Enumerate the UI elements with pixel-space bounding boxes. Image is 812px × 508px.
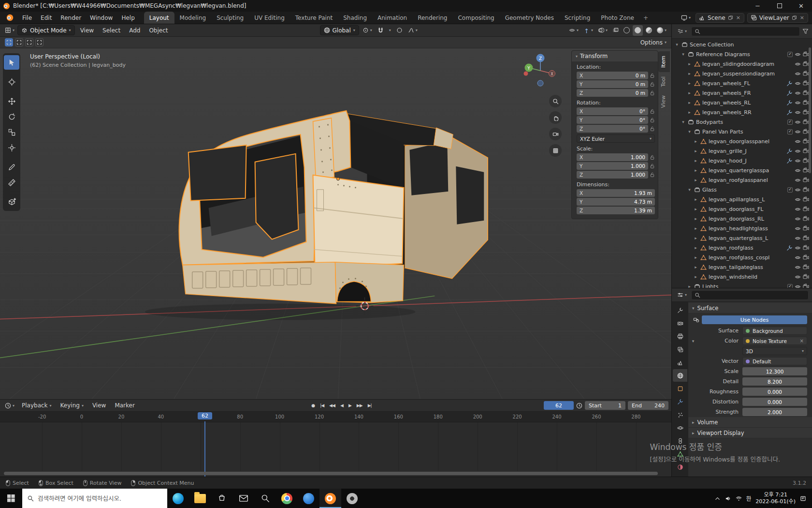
transform-scale-x-field[interactable]: X1.000 <box>577 153 648 161</box>
editor-type-button[interactable]: ▾ <box>3 25 16 36</box>
taskbar-app-app-blue[interactable] <box>298 489 319 508</box>
expand-arrow-icon[interactable]: ▸ <box>693 265 698 269</box>
playhead-frame-badge[interactable]: 62 <box>198 412 212 419</box>
workspace-add-button[interactable]: + <box>639 12 652 24</box>
hide-viewport-icon[interactable] <box>795 148 801 154</box>
properties-tab-particles[interactable] <box>673 408 687 421</box>
expand-arrow-icon[interactable]: ▸ <box>687 61 692 66</box>
world-scale-field[interactable]: 12.300 <box>742 367 807 375</box>
proportional-falloff-button[interactable]: ▾ <box>406 25 420 36</box>
start-button[interactable] <box>0 489 22 508</box>
timeline-track-area[interactable]: -200204060801001201401601802002202402602… <box>0 412 671 477</box>
outliner-row-legvan-doorglass-rl[interactable]: ▸legvan_doorglass_RL <box>672 214 812 224</box>
navigation-gizmo[interactable]: Z Y X <box>521 51 560 91</box>
hide-viewport-icon[interactable] <box>795 138 801 145</box>
tool-move[interactable] <box>4 94 19 108</box>
properties-tab-constraints[interactable] <box>673 434 687 447</box>
outliner-editor-type-button[interactable]: ▾ <box>675 26 689 37</box>
outliner-row-scene-collection[interactable]: ▾Scene Collection <box>672 40 812 49</box>
collection-checkbox[interactable]: ✓ <box>787 52 793 57</box>
expand-arrow-icon[interactable]: ▸ <box>687 284 692 288</box>
lock-icon[interactable] <box>650 126 655 132</box>
lock-icon[interactable] <box>650 172 655 178</box>
end-frame-field[interactable]: End 240 <box>628 401 668 410</box>
outliner-row-panel-van-parts[interactable]: ▾Panel Van Parts✓ <box>672 127 812 136</box>
workspace-tab-scripting[interactable]: Scripting <box>559 12 595 24</box>
hide-viewport-icon[interactable] <box>795 129 801 135</box>
tool-rotate[interactable] <box>4 109 19 124</box>
hide-viewport-icon[interactable] <box>795 206 801 212</box>
transform-rotation-z-field[interactable]: Z0° <box>577 125 648 133</box>
current-frame-field[interactable]: 62 <box>544 401 574 410</box>
world-strength-field[interactable]: 2.000 <box>742 408 807 416</box>
unlink-scene-icon[interactable]: × <box>736 15 741 21</box>
blender-menu-logo-icon[interactable] <box>2 12 18 24</box>
expand-arrow-icon[interactable]: ▾ <box>687 187 692 192</box>
tray-expand-icon[interactable] <box>714 495 721 502</box>
hide-viewport-icon[interactable] <box>795 284 801 288</box>
surface-section-header[interactable]: ▾ Surface <box>688 303 812 314</box>
snap-toggle[interactable] <box>376 25 386 36</box>
world-color-field[interactable]: Noise Texture× <box>742 337 807 345</box>
expand-arrow-icon[interactable]: ▸ <box>687 110 692 115</box>
disable-render-icon[interactable] <box>803 264 809 270</box>
properties-tab-tool[interactable] <box>673 304 687 316</box>
screen-layout-button[interactable]: ▾ <box>679 13 693 23</box>
timeline-editor-type-button[interactable]: ▾ <box>3 400 16 411</box>
zoom-button[interactable] <box>549 95 562 107</box>
hide-viewport-icon[interactable] <box>795 90 801 96</box>
jump-to-start-button[interactable]: |◀ <box>318 402 326 409</box>
outliner-row-legvan-quarterglass-l[interactable]: ▸legvan_quarterglass_L <box>672 233 812 243</box>
playhead[interactable] <box>204 421 205 477</box>
outliner-row-legvan-roofglass-cospl[interactable]: ▸legvan_roofglass_cospl <box>672 253 812 262</box>
start-frame-field[interactable]: Start 1 <box>585 401 625 410</box>
hide-viewport-icon[interactable] <box>795 177 801 183</box>
van-side-glass-door[interactable] <box>255 154 299 239</box>
scene-selector[interactable]: Scene × <box>696 13 744 23</box>
perspective-toggle-button[interactable] <box>549 144 562 157</box>
taskbar-app-blender[interactable] <box>319 489 341 508</box>
filter-icon[interactable] <box>802 28 809 34</box>
workspace-tab-photo-zone[interactable]: Photo Zone <box>595 12 639 24</box>
expand-arrow-icon[interactable]: ▸ <box>693 207 698 211</box>
hide-viewport-icon[interactable] <box>795 196 801 203</box>
expand-arrow-icon[interactable]: ▸ <box>693 149 698 153</box>
timeline-menu-view[interactable]: View <box>88 402 110 409</box>
lock-icon[interactable] <box>650 108 655 114</box>
menu-edit[interactable]: Edit <box>36 12 56 24</box>
timeline-menu-marker[interactable]: Marker <box>110 402 139 409</box>
hide-viewport-icon[interactable] <box>795 235 801 241</box>
expand-arrow-icon[interactable]: ▸ <box>693 255 698 260</box>
collection-checkbox[interactable]: ✓ <box>787 187 793 193</box>
outliner-row-legvan-roofglasspanel[interactable]: ▸legvan_roofglasspanel <box>672 175 812 185</box>
properties-tab-view-layer[interactable] <box>673 343 687 356</box>
transform-location-z-field[interactable]: Z0 m <box>577 89 648 97</box>
tool-annotate[interactable] <box>4 160 19 174</box>
viewport-menu-add[interactable]: Add <box>125 27 145 34</box>
play-button[interactable]: ▶ <box>346 402 354 409</box>
pivot-point-button[interactable]: ▾ <box>361 25 374 36</box>
expand-arrow-icon[interactable]: ▸ <box>687 81 692 86</box>
taskbar-search[interactable] <box>22 489 167 508</box>
van-side-glass-front[interactable] <box>188 145 246 201</box>
menu-render[interactable]: Render <box>56 12 86 24</box>
remove-viewlayer-icon[interactable]: × <box>799 15 805 21</box>
menu-file[interactable]: File <box>18 12 36 24</box>
disable-render-icon[interactable] <box>803 235 809 241</box>
timeline-menu-playback[interactable]: Playback▾ <box>17 402 56 409</box>
outliner-row-legvan-wheels-rl[interactable]: ▸legvan_wheels_RL <box>672 98 812 107</box>
workspace-tab-animation[interactable]: Animation <box>372 12 412 24</box>
expand-arrow-icon[interactable]: ▸ <box>693 274 698 279</box>
tool-select-box[interactable] <box>4 55 19 70</box>
node-expand-icon[interactable]: ▾ <box>690 339 696 344</box>
expand-arrow-icon[interactable]: ▸ <box>693 236 698 240</box>
expand-arrow-icon[interactable]: ▸ <box>693 158 698 163</box>
hide-viewport-icon[interactable] <box>795 254 801 261</box>
xray-toggle[interactable] <box>610 25 621 36</box>
pan-button[interactable] <box>549 111 562 124</box>
tool-cursor[interactable] <box>4 75 19 89</box>
lock-icon[interactable] <box>650 81 655 87</box>
lock-icon[interactable] <box>650 73 655 78</box>
outliner-row-legvan-roofglass[interactable]: ▸legvan_roofglass <box>672 243 812 253</box>
visibility-dropdown[interactable]: ▾ <box>567 25 580 36</box>
